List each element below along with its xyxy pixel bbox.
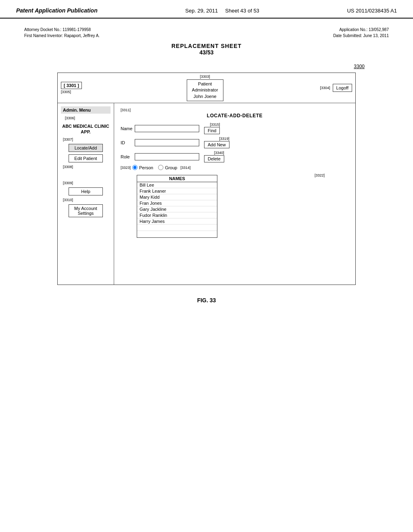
- person-label: Person: [139, 165, 153, 170]
- diagram-body: Admin. Menu [3306] ABC MEDICAL CLINIC AP…: [58, 103, 355, 285]
- form-area: Name [3315] Find ID [3319] Add New: [121, 123, 349, 170]
- figure-caption: FIG. 33: [0, 297, 413, 303]
- id-label: ID: [121, 140, 135, 145]
- ref-3340: [3340]: [214, 151, 224, 155]
- inventor-name: First Named Inventor: Rapaport, Jeffrey …: [24, 33, 100, 39]
- list-item-empty: [137, 224, 217, 231]
- role-row: Role [3340] Delete: [121, 151, 349, 162]
- ref-3308: [3308]: [63, 165, 111, 169]
- replacement-sheet-number: 43/53: [0, 49, 413, 56]
- figure-reference-number: 3300: [0, 64, 413, 69]
- ref-3307: [3307]: [63, 137, 111, 141]
- ref-3322: [3322]: [315, 173, 325, 177]
- meta-section: Attorney Docket No.: 119981-179958 First…: [0, 19, 413, 41]
- names-box: NAMES Bill Lee Frank Leaner Mary Kidd Fr…: [137, 175, 217, 238]
- radio-person[interactable]: [132, 165, 138, 170]
- list-item-empty: [137, 231, 217, 237]
- names-list: Bill Lee Frank Leaner Mary Kidd Fran Jon…: [137, 182, 217, 237]
- ref-3309: [3309]: [63, 181, 111, 185]
- ref-3305: [3305]: [61, 90, 71, 94]
- locate-add-button[interactable]: Locate/Add: [69, 144, 103, 152]
- main-content: [3311] LOCATE-ADD-DELETE Name [3315] Fin…: [114, 103, 355, 285]
- diagram-wrapper: [ 3301 ] [3305] [3303] Patient Administr…: [0, 73, 413, 285]
- id-input[interactable]: [135, 139, 199, 146]
- role-label: Role: [121, 154, 135, 159]
- header-date: Sep. 29, 2011: [185, 8, 218, 14]
- name-input[interactable]: [135, 125, 199, 132]
- id-row: ID [3319] Add New: [121, 137, 349, 148]
- locate-title: LOCATE-ADD-DELETE: [121, 113, 349, 118]
- edit-patient-button[interactable]: Edit Patient: [69, 154, 103, 162]
- sheet-info: Sheet 43 of 53: [225, 8, 259, 14]
- topbar-right: [3304] Logoff: [320, 84, 352, 92]
- list-item[interactable]: Fudor Ranklin: [137, 212, 217, 218]
- docket-number: Attorney Docket No.: 119981-179958: [24, 27, 100, 33]
- group-label: Group: [165, 165, 177, 170]
- my-account-button[interactable]: My Account Settings: [69, 204, 103, 217]
- bracket-label: [ 3301 ]: [61, 82, 82, 89]
- patent-number: US 2011/0238435 A1: [347, 8, 397, 14]
- user-info-line1: Patient: [192, 81, 218, 87]
- radio-row: [3323] Person Group [3314]: [121, 165, 349, 170]
- name-label: Name: [121, 126, 135, 131]
- diagram-topbar: [ 3301 ] [3305] [3303] Patient Administr…: [58, 73, 355, 103]
- publication-title: Patent Application Publication: [16, 7, 98, 14]
- names-header: NAMES: [137, 175, 217, 182]
- topbar-center: [3303] Patient Administrator John Joene: [90, 75, 320, 101]
- add-new-button[interactable]: Add New: [204, 141, 229, 148]
- diagram-container: [ 3301 ] [3305] [3303] Patient Administr…: [57, 73, 356, 285]
- radio-group[interactable]: [158, 165, 163, 170]
- list-item[interactable]: Frank Leaner: [137, 188, 217, 194]
- app-name: ABC MEDICAL CLINIC APP.: [61, 123, 111, 135]
- help-button[interactable]: Help: [69, 187, 103, 195]
- user-info-line3: John Joene: [192, 94, 218, 100]
- meta-left: Attorney Docket No.: 119981-179958 First…: [24, 27, 100, 39]
- admin-menu-label: Admin. Menu: [61, 106, 111, 114]
- ref-3311: [3311]: [121, 108, 349, 112]
- user-info-line2: Administrator: [192, 87, 218, 93]
- ref-3315: [3315]: [210, 123, 220, 127]
- application-number: Application No.: 13/052,987: [333, 27, 389, 33]
- list-item[interactable]: Gary Jackline: [137, 206, 217, 212]
- date-submitted: Date Submitted: June 13, 2011: [333, 33, 389, 39]
- list-item[interactable]: Bill Lee: [137, 182, 217, 188]
- ref-3306: [3306]: [65, 116, 111, 120]
- role-input[interactable]: [135, 153, 199, 160]
- header-date-sheet: Sep. 29, 2011 Sheet 43 of 53: [185, 8, 259, 14]
- meta-right: Application No.: 13/052,987 Date Submitt…: [333, 27, 389, 39]
- find-button[interactable]: Find: [204, 127, 220, 134]
- name-row: Name [3315] Find: [121, 123, 349, 134]
- ref-3319: [3319]: [219, 137, 229, 141]
- ref-3310-bottom: [3310]: [63, 198, 111, 202]
- delete-button[interactable]: Delete: [204, 155, 224, 162]
- list-item[interactable]: Fran Jones: [137, 200, 217, 206]
- ref-3304: [3304]: [320, 86, 330, 90]
- replacement-sheet-title: REPLACEMENT SHEET: [0, 43, 413, 49]
- ref-3314: [3314]: [180, 166, 190, 170]
- ref-3323: [3323]: [121, 166, 131, 170]
- list-item[interactable]: Harry James: [137, 218, 217, 224]
- page-header: Patent Application Publication Sep. 29, …: [0, 0, 413, 19]
- names-section: [3322] NAMES Bill Lee Frank Leaner Mary …: [121, 175, 349, 238]
- user-info-box: Patient Administrator John Joene: [187, 79, 223, 101]
- logoff-button[interactable]: Logoff: [333, 84, 352, 92]
- sidebar-panel: Admin. Menu [3306] ABC MEDICAL CLINIC AP…: [58, 103, 114, 285]
- replacement-sheet: REPLACEMENT SHEET 43/53: [0, 43, 413, 56]
- list-item[interactable]: Mary Kidd: [137, 194, 217, 200]
- ref-3303: [3303]: [200, 75, 210, 79]
